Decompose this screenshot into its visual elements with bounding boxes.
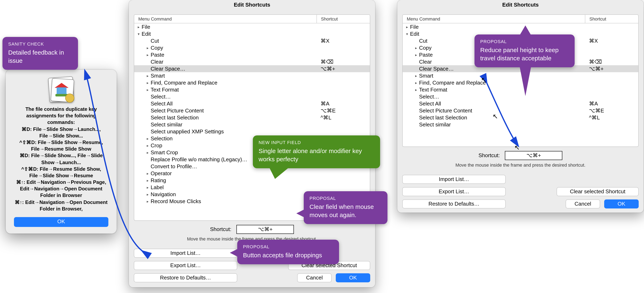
chevron-right-icon[interactable]: ▸ — [405, 25, 409, 29]
tree-row-label: Text Format — [419, 86, 447, 93]
tree-row-label: Clear — [151, 59, 163, 65]
tree-row-label: Select… — [151, 94, 171, 100]
import-list-button[interactable]: Import List… — [402, 175, 506, 184]
chevron-right-icon[interactable]: ▸ — [414, 46, 418, 50]
tree-row-label: Label — [151, 184, 164, 190]
tree-row[interactable]: ▸Operator — [134, 170, 370, 177]
tree-row[interactable]: Select All⌘A — [134, 100, 370, 107]
tree-row-shortcut: ⌥⌘E — [316, 108, 370, 114]
tree-row[interactable]: Cut⌘X — [134, 37, 370, 44]
callout-clear-field: PROPOSAL Clear field when mouse moves ou… — [304, 191, 388, 224]
alert-ok-button[interactable]: OK — [14, 217, 108, 227]
column-menu-command[interactable]: Menu Command — [403, 15, 585, 23]
ok-button[interactable]: OK — [604, 200, 639, 208]
cursor-icon: ↖ — [514, 144, 520, 152]
tree-row-label: Edit — [410, 31, 419, 37]
tree-row-label: Smart — [419, 73, 433, 79]
command-list[interactable]: Menu Command Shortcut ▸File▾EditCut⌘X▸Co… — [134, 14, 370, 221]
chevron-right-icon[interactable]: ▸ — [146, 46, 150, 50]
shortcut-input[interactable]: ⌥⌘+ — [236, 225, 294, 234]
ok-button[interactable]: OK — [336, 273, 370, 282]
tree-row-label: Copy — [151, 45, 163, 51]
chevron-right-icon[interactable]: ▸ — [146, 136, 150, 140]
chevron-right-icon[interactable]: ▸ — [146, 53, 150, 57]
chevron-right-icon[interactable]: ▸ — [146, 144, 150, 148]
export-list-button[interactable]: Export List… — [134, 261, 237, 270]
tree-row[interactable]: ▸Rating — [134, 177, 370, 184]
chevron-right-icon[interactable]: ▸ — [146, 178, 150, 182]
tree-row[interactable]: Clear Space…⌥⌘+ — [134, 65, 370, 72]
chevron-right-icon[interactable]: ▸ — [146, 192, 150, 196]
tree-row-shortcut: ⌘X — [316, 38, 370, 44]
tree-row-label: Smart Crop — [151, 149, 178, 156]
tree-row-shortcut: ⌘A — [316, 100, 370, 107]
tree-row-label: Select Picture Content — [419, 108, 472, 114]
chevron-right-icon[interactable]: ▸ — [146, 185, 150, 190]
column-shortcut[interactable]: Shortcut — [316, 15, 370, 23]
chevron-right-icon[interactable]: ▸ — [146, 88, 150, 92]
chevron-down-icon[interactable]: ▾ — [405, 32, 409, 36]
export-list-button[interactable]: Export List… — [402, 187, 506, 196]
column-shortcut[interactable]: Shortcut — [585, 15, 638, 23]
tree-row-label: Text Format — [151, 86, 179, 93]
callout-new-input-field: NEW INPUT FIELD Single letter alone and/… — [253, 136, 380, 168]
tree-row[interactable]: ▸Paste — [134, 51, 370, 58]
alert-text: The file contains duplicate key assignme… — [14, 106, 108, 212]
window-title: Edit Shortcuts — [129, 0, 375, 10]
chevron-right-icon[interactable]: ▸ — [146, 199, 150, 203]
restore-defaults-button[interactable]: Restore to Defaults… — [134, 273, 237, 282]
tree-row-label: Select All — [419, 100, 441, 107]
tree-row-label: Cut — [419, 38, 427, 44]
tree-row[interactable]: Select last Selection^⌘L — [134, 114, 370, 121]
shortcut-input[interactable]: ⌥⌘+ — [505, 151, 562, 160]
tree-row[interactable]: ▸Smart — [134, 72, 370, 79]
tree-row[interactable]: Select Picture Content⌥⌘E — [134, 107, 370, 114]
column-menu-command[interactable]: Menu Command — [134, 15, 316, 23]
chevron-right-icon[interactable]: ▸ — [146, 81, 150, 85]
tree-row[interactable]: Select All⌘A — [403, 100, 638, 107]
chevron-right-icon[interactable]: ▸ — [146, 150, 150, 154]
tree-row[interactable]: ▾Edit — [134, 30, 370, 37]
tree-row[interactable]: Select… — [134, 93, 370, 100]
chevron-right-icon[interactable]: ▸ — [414, 53, 418, 57]
restore-defaults-button[interactable]: Restore to Defaults… — [402, 200, 506, 208]
chevron-down-icon[interactable]: ▾ — [137, 32, 141, 36]
clear-selected-shortcut-button[interactable]: Clear selected Shortcut — [556, 187, 639, 196]
import-list-button[interactable]: Import List… — [134, 249, 237, 258]
shortcut-label: Shortcut: — [210, 226, 232, 232]
tree-row-label: Selection — [151, 136, 172, 142]
chevron-right-icon[interactable]: ▸ — [414, 81, 418, 85]
tree-row[interactable]: ▸Find, Compare and Replace — [134, 79, 370, 86]
cancel-button[interactable]: Cancel — [297, 273, 332, 282]
tree-row-label: Edit — [142, 31, 151, 37]
tree-row-label: Copy — [419, 45, 432, 51]
tree-row[interactable]: Select Picture Content⌥⌘E — [403, 107, 638, 114]
tree-row[interactable]: Clear⌘⌫ — [134, 58, 370, 65]
tree-row-shortcut: ⌘A — [585, 100, 638, 107]
tree-row[interactable]: Select last Selection^⌘L — [403, 114, 638, 121]
tree-row-label: Cut — [151, 38, 159, 44]
tree-row[interactable]: ▸Copy — [134, 44, 370, 51]
tree-row-label: Clear Space… — [151, 66, 185, 72]
cursor-icon: ↖ — [481, 76, 486, 84]
chevron-right-icon[interactable]: ▸ — [146, 171, 150, 176]
tree-row[interactable]: Select similar — [134, 121, 370, 128]
chevron-right-icon[interactable]: ▸ — [414, 74, 418, 78]
tree-row-shortcut: ⌥⌘E — [585, 108, 638, 114]
chevron-right-icon[interactable]: ▸ — [414, 88, 418, 92]
tree-row[interactable]: Select unapplied XMP Settings — [134, 128, 370, 135]
tree-row[interactable]: ▸Label — [134, 184, 370, 191]
callout-sanity-check: SANITY CHECK Detailed feedback in issue — [2, 37, 78, 70]
cancel-button[interactable]: Cancel — [566, 200, 600, 208]
chevron-right-icon[interactable]: ▸ — [137, 25, 141, 29]
tree-row[interactable]: Select similar — [403, 121, 638, 128]
tree-row[interactable]: ▸Text Format — [134, 86, 370, 93]
tree-row-label: Select Picture Content — [151, 108, 204, 114]
tree-row-label: Clear — [419, 59, 432, 65]
tree-row-label: Operator — [151, 170, 172, 176]
chevron-right-icon[interactable]: ▸ — [146, 74, 150, 78]
duplicate-keys-alert: The file contains duplicate key assignme… — [6, 70, 116, 234]
tree-row-label: Paste — [419, 52, 433, 58]
tree-row[interactable]: ▸File — [134, 24, 370, 30]
tree-row-label: Select similar — [151, 122, 182, 128]
